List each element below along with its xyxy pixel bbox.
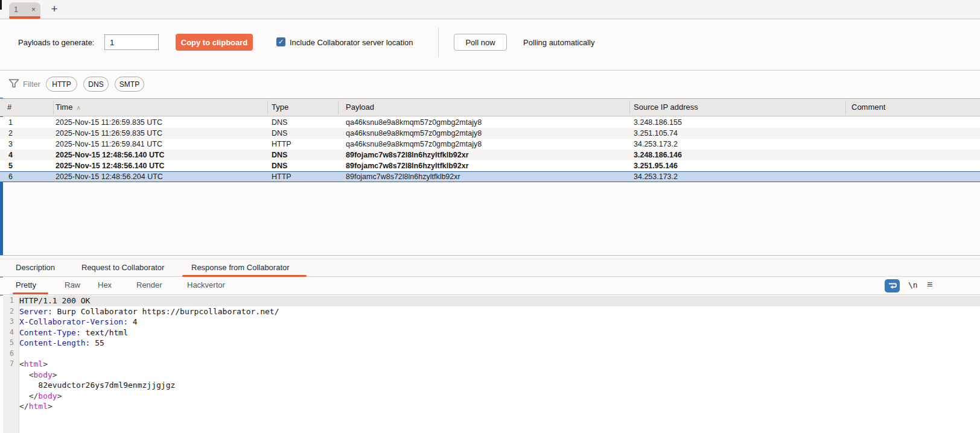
column-header-payload[interactable]: Payload [346,99,374,116]
include-server-location-checkbox[interactable]: ✓ [276,37,285,46]
column-divider [267,101,268,115]
line-number: 7 [0,359,19,370]
code-line: 6 [0,349,980,359]
response-editor[interactable]: 1HTTP/1.1 200 OK2Server: Burp Collaborat… [0,296,980,433]
collaborator-tab-1[interactable]: 1 × [9,2,40,17]
collaborator-window: 1 × + Payloads to generate: Copy to clip… [0,0,980,433]
tab-raw[interactable]: Raw [65,277,80,293]
cell-time: 2025-Nov-15 12:48:56.140 UTC [56,150,165,160]
active-tab-underline [9,16,40,19]
tab-description[interactable]: Description [16,259,55,276]
cell-source_ip: 3.251.95.146 [634,160,678,171]
code-line: </body> [0,391,980,402]
active-editor-tab-underline [13,292,48,294]
cell-type: DNS [272,117,287,128]
cell-source_ip: 34.253.173.2 [634,139,678,150]
code-line: <body> [0,370,980,381]
code-text: 82evudctor26ys7dml9enmzjjgjgz [19,380,980,391]
toolbar: Payloads to generate: Copy to clipboard … [0,20,980,71]
column-header-comment[interactable]: Comment [851,99,885,116]
filter-funnel-icon[interactable] [8,78,20,89]
include-server-location-label: Include Collaborator server location [290,38,413,47]
tab-pretty[interactable]: Pretty [16,277,36,293]
table-row[interactable]: 42025-Nov-15 12:48:56.140 UTCDNS89fojamc… [0,150,980,160]
line-number: 3 [0,317,19,327]
code-view: 1HTTP/1.1 200 OK2Server: Burp Collaborat… [0,296,980,412]
cell-payload: qa46ksnu8e9a8kmqm57z0gmbg2mtajy8 [346,139,482,150]
cell-num: 3 [8,139,13,150]
filter-pill-dns[interactable]: DNS [83,77,109,92]
cell-time: 2025-Nov-15 11:26:59.841 UTC [56,139,162,150]
sort-ascending-icon: ∧ [76,104,80,111]
code-line: 82evudctor26ys7dml9enmzjjgjgz [0,380,980,391]
cell-type: DNS [272,150,287,160]
column-divider [53,101,54,115]
cell-time: 2025-Nov-15 12:48:56.204 UTC [56,171,163,182]
poll-now-button[interactable]: Poll now [454,34,507,51]
interactions-table: 12025-Nov-15 11:26:59.835 UTCDNSqa46ksnu… [0,117,980,182]
tab-hackvertor[interactable]: Hackvertor [187,277,225,293]
code-text: <html> [19,359,980,370]
payloads-count-input[interactable] [104,34,159,50]
cell-num: 1 [8,117,13,128]
code-line: 2Server: Burp Collaborator https://burpc… [0,306,980,317]
table-row[interactable]: 62025-Nov-15 12:48:56.204 UTCHTTP89fojam… [0,171,980,182]
line-number: 5 [0,338,19,349]
cell-payload: 89fojamc7w8s72l8ln6hzyltfklb92xr [346,150,469,160]
panel-splitter[interactable] [0,255,980,256]
tab-response-from-collaborator[interactable]: Response from Collaborator [191,259,290,276]
cell-source_ip: 3.248.186.146 [634,150,682,160]
table-row[interactable]: 32025-Nov-15 11:26:59.841 UTCHTTPqa46ksn… [0,139,980,150]
line-number [0,380,19,391]
table-row[interactable]: 22025-Nov-15 11:26:59.835 UTCDNSqa46ksnu… [0,128,980,139]
filter-label: Filter [23,80,40,89]
editor-tab-bar: Pretty Raw Hex Render Hackvertor [0,277,980,295]
code-line: 5Content-Length: 55 [0,338,980,349]
table-row[interactable]: 52025-Nov-15 12:48:56.140 UTCDNS89fojamc… [0,160,980,171]
close-tab-icon[interactable]: × [31,5,36,14]
checkmark-icon: ✓ [278,39,284,45]
detail-tab-bar: Description Request to Collaborator Resp… [0,259,980,277]
payloads-to-generate-label: Payloads to generate: [18,38,94,47]
column-header-number[interactable]: # [7,99,11,116]
code-text: Server: Burp Collaborator https://burpco… [19,306,980,317]
line-number [0,370,19,381]
cell-type: HTTP [272,171,291,182]
code-text: </html> [19,401,980,412]
code-text: Content-Type: text/html [19,327,980,338]
tab-bar: 1 × + [0,0,980,19]
editor-menu-icon[interactable]: ≡ [927,279,932,290]
table-row[interactable]: 12025-Nov-15 11:26:59.835 UTCDNSqa46ksnu… [0,117,980,128]
cell-num: 6 [8,171,13,182]
code-text: HTTP/1.1 200 OK [19,296,980,306]
line-number: 6 [0,349,19,359]
line-number: 1 [0,296,19,306]
tab-render[interactable]: Render [136,277,162,293]
column-header-source-ip[interactable]: Source IP address [634,99,698,116]
filter-pill-http[interactable]: HTTP [46,77,77,92]
code-line: 1HTTP/1.1 200 OK [0,296,980,306]
column-header-time[interactable]: Time∧ [56,99,81,116]
filter-pill-smtp[interactable]: SMTP [115,77,144,92]
filter-bar: Filter HTTP DNS SMTP [0,71,980,98]
cell-type: DNS [272,128,287,139]
line-number: 4 [0,327,19,338]
new-tab-button[interactable]: + [47,1,62,17]
column-divider [629,101,630,115]
column-divider [845,101,846,115]
column-header-type[interactable]: Type [272,99,288,116]
code-line: 3X-Collaborator-Version: 4 [0,317,980,327]
line-number: 2 [0,306,19,317]
copy-to-clipboard-button[interactable]: Copy to clipboard [176,34,253,51]
table-header: # Time∧ Type Payload Source IP address C… [0,98,980,116]
tab-label: 1 [14,5,18,14]
tab-request-to-collaborator[interactable]: Request to Collaborator [81,259,164,276]
code-line: 7<html> [0,359,980,370]
code-text: X-Collaborator-Version: 4 [19,317,980,327]
show-newlines-icon[interactable]: \n [908,280,918,289]
window-edge-artifact [0,0,2,10]
word-wrap-icon[interactable] [885,279,900,292]
cell-payload: 89fojamc7w8s72l8ln6hzyltfklb92xr [346,160,469,171]
tab-hex[interactable]: Hex [98,277,112,293]
cell-payload: qa46ksnu8e9a8kmqm57z0gmbg2mtajy8 [346,117,482,128]
